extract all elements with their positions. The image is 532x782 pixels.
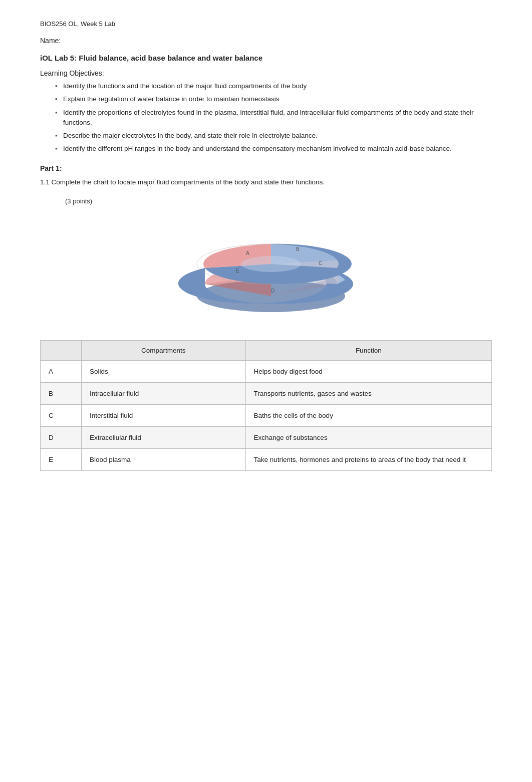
svg-text:E: E — [236, 268, 239, 274]
row-compartment: Interstitial fluid — [81, 404, 245, 426]
row-compartment: Blood plasma — [81, 448, 245, 470]
svg-text:D: D — [271, 288, 275, 294]
points-label: (3 points) — [65, 197, 492, 205]
compartments-table: Compartments Function A Solids Helps bod… — [40, 340, 492, 471]
part1-label: Part 1: — [40, 164, 492, 172]
objective-item-5: Identify the different pH ranges in the … — [55, 144, 492, 154]
row-compartment: Solids — [81, 360, 245, 382]
objective-item-4: Describe the major electrolytes in the b… — [55, 131, 492, 141]
row-function: Helps body digest food — [245, 360, 491, 382]
col-header-empty — [41, 340, 82, 360]
objective-item-2: Explain the regulation of water balance … — [55, 94, 492, 104]
table-row: D Extracellular fluid Exchange of substa… — [41, 426, 492, 448]
lab-title: iOL Lab 5: Fluid balance, acid base bala… — [40, 54, 492, 62]
row-id: C — [41, 404, 82, 426]
objectives-list: Identify the functions and the location … — [55, 81, 492, 154]
svg-text:A: A — [246, 250, 249, 256]
svg-text:C: C — [319, 260, 322, 266]
svg-text:B: B — [296, 246, 300, 252]
course-header: BIOS256 OL, Week 5 Lab — [40, 20, 492, 28]
table-row: A Solids Helps body digest food — [41, 360, 492, 382]
row-id: A — [41, 360, 82, 382]
svg-point-2 — [241, 256, 301, 272]
table-row: C Interstitial fluid Baths the cells of … — [41, 404, 492, 426]
table-row: B Intracellular fluid Transports nutrien… — [41, 382, 492, 404]
row-id: E — [41, 448, 82, 470]
row-compartment: Extracellular fluid — [81, 426, 245, 448]
col-header-compartments: Compartments — [81, 340, 245, 360]
row-function: Take nutrients, hormones and proteins to… — [245, 448, 491, 470]
row-id: B — [41, 382, 82, 404]
row-id: D — [41, 426, 82, 448]
row-function: Transports nutrients, gases and wastes — [245, 382, 491, 404]
row-function: Baths the cells of the body — [245, 404, 491, 426]
part1-instruction: 1.1 Complete the chart to locate major f… — [40, 177, 492, 187]
objectives-label: Learning Objectives: — [40, 69, 492, 77]
objective-item-1: Identify the functions and the location … — [55, 81, 492, 91]
row-function: Exchange of substances — [245, 426, 491, 448]
row-compartment: Intracellular fluid — [81, 382, 245, 404]
pie-chart: A B C D E — [171, 215, 361, 325]
col-header-function: Function — [245, 340, 491, 360]
objective-item-3: Identify the proportions of electrolytes… — [55, 108, 492, 128]
pie-chart-container: A B C D E — [40, 215, 492, 325]
table-row: E Blood plasma Take nutrients, hormones … — [41, 448, 492, 470]
table-header-row: Compartments Function — [41, 340, 492, 360]
name-label: Name: — [40, 37, 492, 45]
